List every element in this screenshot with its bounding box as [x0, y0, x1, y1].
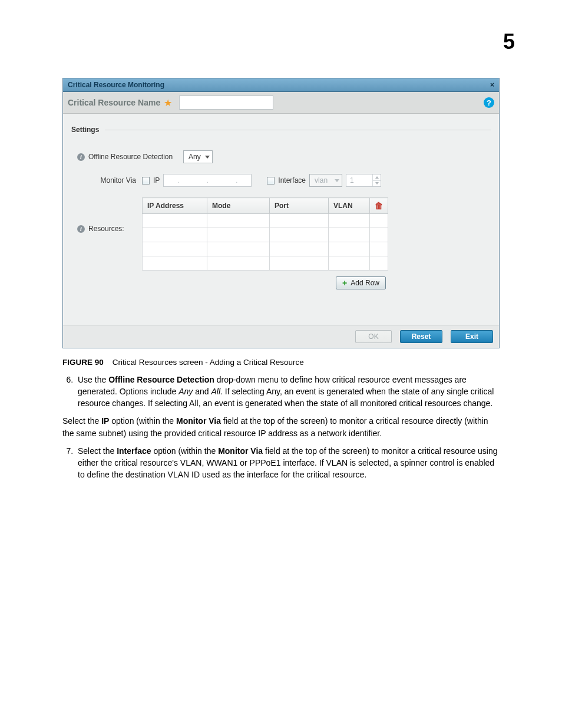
dialog-body: Settings i Offline Resource Detection An… [63, 114, 499, 325]
col-delete: 🗑 [370, 198, 388, 214]
body-paragraph: Select the IP option (within the Monitor… [62, 415, 500, 439]
trash-icon: 🗑 [375, 201, 383, 210]
interface-checkbox-label: Interface [278, 176, 306, 185]
resources-section: i Resources: IP Address Mode Port VLAN 🗑 [71, 197, 491, 289]
required-star-icon: ★ [160, 97, 176, 108]
help-icon[interactable]: ? [484, 97, 494, 108]
reset-button[interactable]: Reset [400, 330, 442, 343]
offline-detection-value: Any [189, 153, 201, 161]
table-row[interactable] [143, 242, 388, 256]
step-6: Use the Offline Resource Detection drop-… [75, 374, 500, 409]
table-row[interactable] [143, 214, 388, 228]
info-icon: i [77, 225, 85, 233]
ok-button[interactable]: OK [355, 330, 392, 343]
stepper-down-icon[interactable] [373, 180, 381, 187]
dialog-footer: OK Reset Exit [63, 325, 499, 348]
dialog-subheader: Critical Resource Name ★ ? [63, 92, 499, 114]
chevron-down-icon [205, 156, 210, 159]
resource-name-input[interactable] [179, 95, 273, 110]
figure-number: FIGURE 90 [62, 358, 104, 367]
ip-checkbox-label: IP [153, 176, 160, 185]
step-list: Select the Interface option (within the … [62, 445, 500, 480]
resources-label: Resources: [88, 225, 124, 233]
info-icon: i [77, 153, 85, 161]
vlan-id-value: 1 [346, 174, 372, 186]
close-icon[interactable]: × [490, 81, 494, 89]
offline-detection-select[interactable]: Any [183, 150, 213, 163]
interface-checkbox[interactable] [267, 177, 275, 185]
chevron-down-icon [335, 179, 339, 182]
interface-type-select[interactable]: vlan [309, 174, 342, 187]
dialog-title: Critical Resource Monitoring [68, 81, 164, 89]
plus-icon: + [342, 278, 347, 288]
page-number: 5 [59, 29, 515, 54]
figure-caption: FIGURE 90 Critical Resources screen - Ad… [62, 358, 500, 367]
ip-checkbox[interactable] [142, 177, 150, 185]
col-mode[interactable]: Mode [207, 198, 270, 214]
settings-heading: Settings [71, 126, 491, 134]
monitor-via-row: Monitor Via IP ... Interface vlan [71, 174, 491, 187]
offline-detection-row: i Offline Resource Detection Any [71, 150, 491, 163]
resources-table: IP Address Mode Port VLAN 🗑 [142, 197, 388, 271]
add-row-button[interactable]: + Add Row [336, 276, 386, 289]
col-ip-address[interactable]: IP Address [143, 198, 207, 214]
step-list: Use the Offline Resource Detection drop-… [62, 374, 500, 409]
stepper-up-icon[interactable] [373, 174, 381, 180]
col-vlan[interactable]: VLAN [329, 198, 370, 214]
interface-type-value: vlan [315, 176, 328, 185]
offline-detection-label: Offline Resource Detection [88, 153, 173, 161]
table-row[interactable] [143, 256, 388, 271]
monitor-via-label: Monitor Via [101, 176, 136, 185]
table-row[interactable] [143, 228, 388, 242]
dialog-titlebar: Critical Resource Monitoring × [63, 78, 499, 92]
resource-name-label: Critical Resource Name [68, 98, 160, 107]
exit-button[interactable]: Exit [451, 330, 493, 343]
step-7: Select the Interface option (within the … [75, 445, 500, 480]
figure-text: Critical Resources screen - Adding a Cri… [113, 358, 304, 367]
crm-dialog: Critical Resource Monitoring × Critical … [62, 78, 500, 348]
col-port[interactable]: Port [270, 198, 329, 214]
add-row-label: Add Row [351, 279, 379, 287]
vlan-id-stepper[interactable]: 1 [346, 174, 381, 187]
ip-address-input[interactable]: ... [163, 174, 252, 187]
